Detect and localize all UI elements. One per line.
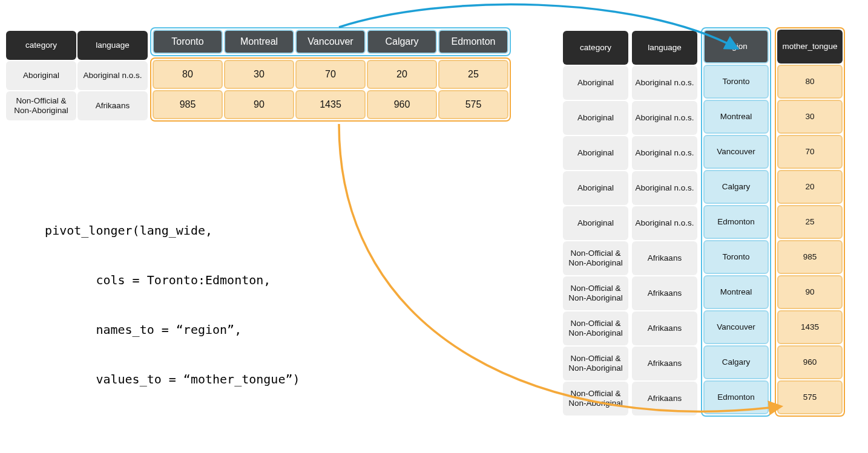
wide-value-cell: 80 (153, 60, 223, 89)
long-cell: Aboriginal (563, 206, 628, 240)
wide-header-city: Calgary (367, 30, 437, 54)
long-header-category: category (563, 31, 628, 65)
long-mothertongue-cell: 575 (777, 380, 843, 414)
long-region-cell: Montreal (703, 100, 769, 134)
long-header-language: language (632, 31, 697, 65)
wide-value-cell: 90 (224, 90, 294, 119)
long-mothertongue-cell: 70 (777, 135, 843, 169)
long-region-cell: Calgary (703, 170, 769, 204)
long-cell: Aboriginal (563, 66, 628, 100)
long-mothertongue-cell: 985 (777, 240, 843, 274)
long-category-column: category Aboriginal Aboriginal Aborigina… (563, 31, 628, 416)
wide-header-city: Edmonton (438, 30, 508, 54)
wide-header-category: category (6, 31, 76, 60)
long-cell: Aboriginal n.o.s. (632, 101, 697, 135)
long-cell: Aboriginal n.o.s. (632, 136, 697, 170)
code-line: pivot_longer(lang_wide, (45, 223, 212, 238)
long-cell: Afrikaans (632, 382, 697, 416)
wide-value-cell: 70 (295, 60, 366, 89)
long-cell: Non-Official & Non-Aboriginal (563, 311, 628, 345)
long-cell: Afrikaans (632, 241, 697, 275)
long-cell: Aboriginal (563, 171, 628, 205)
long-region-column-frame: region Toronto Montreal Vancouver Calgar… (701, 27, 771, 417)
long-mothertongue-column-frame: mother_tongue 80 30 70 20 25 985 90 1435… (775, 27, 845, 417)
long-region-cell: Edmonton (703, 380, 769, 414)
wide-header-language: language (77, 31, 148, 60)
long-region-cell: Toronto (703, 240, 769, 274)
long-cell: Afrikaans (632, 276, 697, 310)
long-region-cell: Toronto (703, 65, 769, 99)
wide-value-cell: 25 (438, 60, 508, 89)
long-cell: Aboriginal n.o.s. (632, 66, 697, 100)
wide-cell: Non-Official & Non-Aboriginal (6, 91, 76, 120)
long-cell: Non-Official & Non-Aboriginal (563, 241, 628, 275)
long-region-cell: Edmonton (703, 205, 769, 239)
long-cell: Afrikaans (632, 311, 697, 345)
wide-cell: Aboriginal n.o.s. (77, 61, 148, 90)
long-table: category Aboriginal Aboriginal Aborigina… (563, 27, 845, 417)
long-language-column: language Aboriginal n.o.s. Aboriginal n.… (632, 31, 697, 416)
long-cell: Aboriginal (563, 136, 628, 170)
long-cell: Aboriginal (563, 101, 628, 135)
wide-value-cell: 575 (438, 90, 508, 119)
long-cell: Aboriginal n.o.s. (632, 171, 697, 205)
long-cell: Non-Official & Non-Aboriginal (563, 382, 628, 416)
wide-city-values-frame: 80 985 30 90 70 1435 20 960 25 575 (150, 57, 511, 122)
long-mothertongue-cell: 90 (777, 275, 843, 309)
code-line: values_to = “mother_tongue”) (45, 372, 300, 386)
long-region-cell: Montreal (703, 275, 769, 309)
wide-value-cell: 1435 (295, 90, 366, 119)
code-line: names_to = “region”, (45, 322, 242, 337)
long-header-mothertongue: mother_tongue (777, 30, 843, 64)
wide-table: category Aboriginal Non-Official & Non-A… (6, 27, 511, 122)
code-line: cols = Toronto:Edmonton, (45, 273, 271, 287)
wide-header-city: Toronto (153, 30, 223, 54)
wide-city-headers-frame: Toronto Montreal Vancouver Calgary Edmon… (150, 27, 511, 56)
wide-value-columns: Toronto Montreal Vancouver Calgary Edmon… (150, 27, 511, 122)
long-cell: Afrikaans (632, 347, 697, 380)
long-header-region: region (703, 30, 769, 64)
wide-value-cell: 20 (367, 60, 437, 89)
long-region-cell: Vancouver (703, 135, 769, 169)
wide-header-city: Vancouver (295, 30, 366, 54)
long-mothertongue-cell: 80 (777, 65, 843, 99)
wide-value-cell: 960 (367, 90, 437, 119)
wide-value-cell: 985 (153, 90, 223, 119)
long-cell: Non-Official & Non-Aboriginal (563, 347, 628, 380)
long-mothertongue-cell: 20 (777, 170, 843, 204)
long-mothertongue-cell: 1435 (777, 310, 843, 344)
wide-header-city: Montreal (224, 30, 294, 54)
long-cell: Aboriginal n.o.s. (632, 206, 697, 240)
wide-id-columns: category Aboriginal Non-Official & Non-A… (6, 31, 148, 120)
long-region-cell: Calgary (703, 345, 769, 379)
wide-value-cell: 30 (224, 60, 294, 89)
long-cell: Non-Official & Non-Aboriginal (563, 276, 628, 310)
long-mothertongue-cell: 30 (777, 100, 843, 134)
long-mothertongue-cell: 960 (777, 345, 843, 379)
long-region-cell: Vancouver (703, 310, 769, 344)
code-snippet: pivot_longer(lang_wide, cols = Toronto:E… (30, 194, 300, 392)
long-mothertongue-cell: 25 (777, 205, 843, 239)
wide-cell: Afrikaans (77, 91, 148, 120)
wide-cell: Aboriginal (6, 61, 76, 90)
